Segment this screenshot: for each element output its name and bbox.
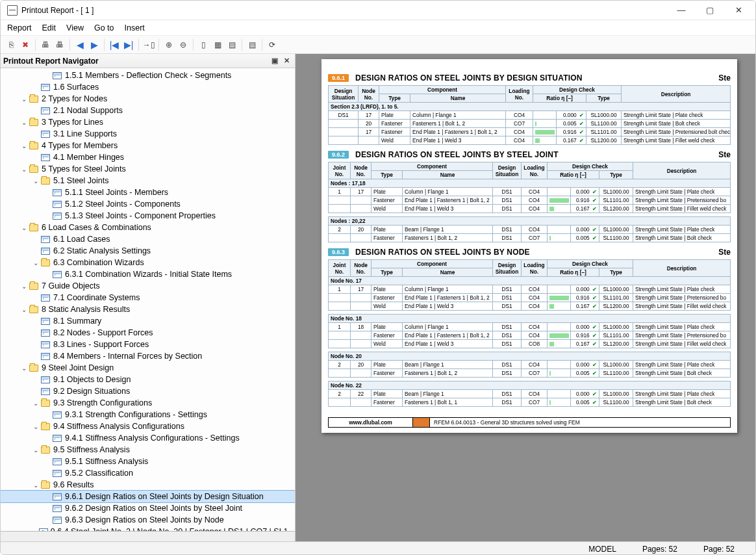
tree-item[interactable]: ⌄3 Types for Lines: [1, 116, 295, 128]
tree-item[interactable]: ⌄6 Load Cases & Combinations: [1, 222, 295, 233]
page-multi-icon[interactable]: ▦: [211, 38, 224, 51]
table-row: FastenerFasteners 1 | Bolt 1, 2DS1CO70.0…: [329, 234, 731, 242]
tree-item[interactable]: ·4.1 Member Hinges: [1, 151, 295, 163]
tree-item[interactable]: ·9.4.1 Stiffness Analysis Configurations…: [1, 432, 295, 444]
tree-item[interactable]: ⌄4 Types for Members: [1, 140, 295, 151]
window-title: Printout Report - [ 1 ]: [21, 6, 94, 15]
tree-item[interactable]: ⌄9.4 Stiffness Analysis Configurations: [1, 420, 295, 432]
tree-item[interactable]: ·8.4 Members - Internal Forces by Sectio…: [1, 350, 295, 362]
tree-item[interactable]: ·1.6 Surfaces: [1, 81, 295, 93]
table-row: 220PlateBeam | Flange 1DS1CO40.000 ✔SL10…: [329, 361, 731, 369]
page-single-icon[interactable]: ▯: [197, 38, 210, 51]
nav-prev-icon[interactable]: ◀: [73, 38, 86, 51]
delete-icon[interactable]: ✖: [19, 38, 32, 51]
print-multi-icon[interactable]: 🖶: [53, 38, 66, 51]
navigator-hscroll[interactable]: [1, 531, 295, 541]
table-row: FastenerEnd Plate 1 | Fasteners 1 | Bolt…: [329, 294, 731, 302]
preview-area[interactable]: 9.6.1 DESIGN RATIOS ON STEEL JOINTS BY D…: [296, 54, 755, 541]
close-button[interactable]: ✕: [724, 1, 753, 20]
section-tag: 9.6.1: [328, 74, 349, 82]
menu-view[interactable]: View: [66, 23, 84, 32]
nav-next-icon[interactable]: ▶: [88, 38, 101, 51]
section-title: DESIGN RATIOS ON STEEL JOINTS BY NODE: [355, 248, 718, 257]
tree-item[interactable]: ·3.1 Line Supports: [1, 128, 295, 140]
table-row: WeldEnd Plate 1 | Weld 3CO40.167 ✔SL1200…: [329, 136, 731, 145]
section-title: DESIGN RATIOS ON STEEL JOINTS BY STEEL J…: [355, 150, 718, 159]
table-row: 117PlateColumn | Flange 1DS1CO40.000 ✔SL…: [329, 188, 731, 196]
table-row: 222PlateBeam | Flange 1DS1CO40.000 ✔SL10…: [329, 390, 731, 398]
goto-page-icon[interactable]: →▯: [142, 38, 155, 51]
refresh-icon[interactable]: ⟳: [266, 38, 279, 51]
tree-item[interactable]: ·9.6.4 Steel Joint No. 2 | Node No. 20 |…: [1, 526, 295, 531]
tree-item[interactable]: ·9.3.1 Strength Configurations - Setting…: [1, 409, 295, 420]
tree-item[interactable]: ·9.6.1 Design Ratios on Steel Joints by …: [1, 491, 295, 502]
tree-item[interactable]: ·9.5.2 Classification: [1, 467, 295, 479]
tree-item[interactable]: ·6.3.1 Combination Wizards - Initial Sta…: [1, 268, 295, 280]
panel-close-icon[interactable]: ✕: [281, 55, 292, 67]
tree-item[interactable]: ·8.1 Summary: [1, 315, 295, 327]
tree-item[interactable]: ·1.5.1 Members - Deflection Check - Segm…: [1, 70, 295, 81]
table-row: 20FastenerFasteners 1 | Bolt 1, 2CO70.00…: [329, 120, 731, 128]
tree-item[interactable]: ⌄9 Steel Joint Design: [1, 362, 295, 374]
status-model: MODEL: [575, 545, 629, 554]
tree-item[interactable]: ·8.2 Nodes - Support Forces: [1, 327, 295, 339]
table-row: WeldEnd Plate 1 | Weld 3DS1CO40.167 ✔SL1…: [329, 302, 731, 311]
page-footer: www.dlubal.com RFEM 6.04.0013 - General …: [328, 417, 731, 428]
minimize-button[interactable]: —: [667, 1, 696, 20]
tree-item[interactable]: ⌄2 Types for Nodes: [1, 93, 295, 105]
section-tag: 9.6.3: [328, 248, 349, 256]
tree-item[interactable]: ⌄9.6 Results: [1, 479, 295, 491]
tree-item[interactable]: ⌄6.3 Combination Wizards: [1, 257, 295, 268]
section-tag: 9.6.2: [328, 151, 349, 159]
section-title: DESIGN RATIOS ON STEEL JOINTS BY DESIGN …: [355, 73, 718, 83]
nav-last-icon[interactable]: ▶|: [122, 38, 135, 51]
table-row: FastenerEnd Plate 1 | Fasteners 1 | Bolt…: [329, 331, 731, 340]
menu-goto[interactable]: Go to: [94, 23, 114, 32]
tree-item[interactable]: ·9.6.2 Design Ratios on Steel Joints by …: [1, 502, 295, 514]
status-pages: Pages: 52: [629, 545, 690, 554]
navigator-tree[interactable]: ·1.5.1 Members - Deflection Check - Segm…: [1, 68, 295, 531]
tree-item[interactable]: ⌄5.1 Steel Joints: [1, 175, 295, 187]
menu-edit[interactable]: Edit: [42, 23, 57, 32]
table-row: 220PlateBeam | Flange 1DS1CO40.000 ✔SL10…: [329, 226, 731, 234]
tree-item[interactable]: ·9.1 Objects to Design: [1, 374, 295, 385]
tree-item[interactable]: ⌄9.3 Strength Configurations: [1, 397, 295, 409]
tree-item[interactable]: ·6.2 Static Analysis Settings: [1, 245, 295, 257]
tree-item[interactable]: ⌄7 Guide Objects: [1, 280, 295, 292]
table-row: 17FastenerEnd Plate 1 | Fasteners 1 | Bo…: [329, 128, 731, 136]
tree-item[interactable]: ·5.1.3 Steel Joints - Component Properti…: [1, 210, 295, 222]
section-right: Ste: [718, 248, 731, 257]
app-icon: [7, 5, 18, 16]
tree-item[interactable]: ·2.1 Nodal Supports: [1, 105, 295, 116]
menu-insert[interactable]: Insert: [125, 23, 145, 32]
table-row: 117PlateColumn | Flange 1DS1CO40.000 ✔SL…: [329, 285, 731, 294]
tree-item[interactable]: ·9.5.1 Stiffness Analysis: [1, 456, 295, 467]
tree-item[interactable]: ⌄8 Static Analysis Results: [1, 303, 295, 315]
table-row: FastenerFasteners 1 | Bolt 1, 2DS1CO70.0…: [329, 369, 731, 378]
export-icon[interactable]: ⎘: [5, 38, 18, 51]
page-layout-icon[interactable]: ▤: [225, 38, 238, 51]
tree-item[interactable]: ·8.3 Lines - Support Forces: [1, 339, 295, 350]
tree-item[interactable]: ·9.2 Design Situations: [1, 385, 295, 397]
menu-report[interactable]: Report: [7, 23, 32, 32]
tree-item[interactable]: ⌄9.5 Stiffness Analysis: [1, 444, 295, 456]
zoom-in-icon[interactable]: ⊕: [162, 38, 175, 51]
tree-item[interactable]: ⌄5 Types for Steel Joints: [1, 163, 295, 175]
zoom-out-icon[interactable]: ⊖: [177, 38, 190, 51]
tree-item[interactable]: ·9.6.3 Design Ratios on Steel Joints by …: [1, 514, 295, 526]
report-page: 9.6.1 DESIGN RATIOS ON STEEL JOINTS BY D…: [321, 59, 737, 433]
print-icon[interactable]: 🖶: [39, 38, 52, 51]
table-row: WeldEnd Plate 1 | Weld 3DS1CO40.167 ✔SL1…: [329, 205, 731, 213]
nav-first-icon[interactable]: |◀: [108, 38, 121, 51]
navigator-title: Printout Report Navigator: [3, 57, 99, 66]
table-row: DS117PlateColumn | Flange 1CO40.000 ✔SL1…: [329, 111, 731, 120]
table-963: JointNo.NodeNo.ComponentDesignSituationL…: [328, 259, 731, 407]
panel-float-icon[interactable]: ▣: [269, 55, 281, 67]
maximize-button[interactable]: ▢: [696, 1, 724, 20]
options-icon[interactable]: ▤: [246, 38, 258, 51]
tree-item[interactable]: ·5.1.2 Steel Joints - Components: [1, 198, 295, 210]
navigator-panel: Printout Report Navigator ▣ ✕ ·1.5.1 Mem…: [1, 54, 296, 541]
tree-item[interactable]: ·6.1 Load Cases: [1, 233, 295, 245]
tree-item[interactable]: ·7.1 Coordinate Systems: [1, 292, 295, 303]
tree-item[interactable]: ·5.1.1 Steel Joints - Members: [1, 187, 295, 198]
